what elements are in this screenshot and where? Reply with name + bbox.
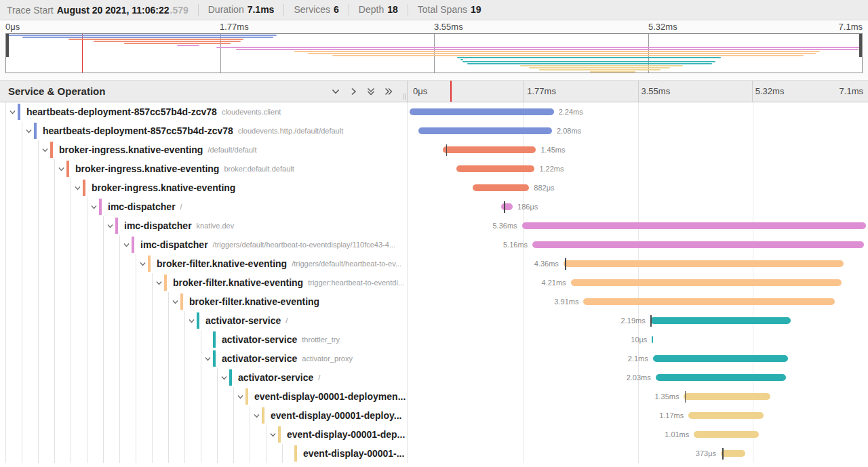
chevron-down-icon[interactable] [218,374,229,382]
span-timeline-cell[interactable]: 10μs [407,330,868,349]
span-name-cell[interactable]: broker-filter.knative-eventing trigger:h… [0,273,407,292]
span-timeline-cell[interactable]: 1.45ms [407,140,868,159]
span-name-cell[interactable]: event-display-00001-deploymen... [0,387,407,406]
span-row[interactable]: event-display-00001-dep... 1.01ms [0,425,868,444]
span-name-cell[interactable]: event-display-00001-dep... [0,425,407,444]
span-row[interactable]: activator-service / 2.19ms [0,311,868,330]
span-bar[interactable] [501,203,513,210]
span-bar[interactable] [522,222,866,229]
double-chevron-down-icon[interactable] [366,87,376,96]
span-row[interactable]: event-display-00001-deploy... 1.17ms [0,406,868,425]
span-timeline-cell[interactable]: 2.03ms [407,368,868,387]
span-name-cell[interactable]: activator-service / [0,311,407,330]
span-log-marker[interactable] [446,144,448,156]
span-timeline-cell[interactable]: 1.35ms [407,387,868,406]
span-bar[interactable] [532,241,864,248]
span-row[interactable]: imc-dispatcher knative.dev 5.36ms [0,216,868,235]
minimap-canvas[interactable] [5,33,863,73]
span-name-cell[interactable]: activator-service throttler_try [0,330,407,349]
span-bar[interactable] [456,165,535,172]
span-timeline-cell[interactable]: 2.08ms [407,121,868,140]
span-bar[interactable] [583,298,835,305]
chevron-down-icon[interactable] [331,87,340,96]
span-bar[interactable] [684,393,770,400]
chevron-down-icon[interactable] [186,317,197,325]
span-name-cell[interactable]: heartbeats-deployment-857cc57b4d-zcv78 c… [0,121,407,140]
span-log-marker[interactable] [504,201,505,213]
span-bar[interactable] [652,336,653,343]
span-name-cell[interactable]: activator-service activator_proxy [0,349,407,368]
span-name-cell[interactable]: event-display-00001-deploy... [0,406,407,425]
span-name-cell[interactable]: activator-service / [0,368,407,387]
span-bar[interactable] [571,279,842,286]
span-timeline-cell[interactable]: 1.01ms [407,425,868,444]
span-row[interactable]: broker-filter.knative-eventing /triggers… [0,254,868,273]
span-row[interactable]: activator-service / 2.03ms [0,368,868,387]
span-timeline-cell[interactable]: 3.91ms [407,292,868,311]
chevron-right-icon[interactable] [349,87,358,96]
span-name-cell[interactable]: broker-ingress.knative-eventing [0,178,407,197]
span-row[interactable]: broker-ingress.knative-eventing broker:d… [0,159,868,178]
span-timeline-cell[interactable]: 882μs [407,178,868,197]
span-row[interactable]: imc-dispatcher /triggers/default/heartbe… [0,235,868,254]
span-log-marker[interactable] [722,448,724,460]
span-name-cell[interactable]: imc-dispatcher /triggers/default/heartbe… [0,235,407,254]
span-log-marker[interactable] [685,391,686,403]
span-name-cell[interactable]: broker-ingress.knative-eventing broker:d… [0,159,407,178]
span-row[interactable]: broker-ingress.knative-eventing /default… [0,140,868,159]
span-bar[interactable] [443,146,536,153]
span-row[interactable]: imc-dispatcher / 186μs [0,197,868,216]
span-timeline-cell[interactable]: 5.36ms [407,216,868,235]
span-log-marker[interactable] [650,315,652,327]
span-row[interactable]: activator-service activator_proxy 2.1ms [0,349,868,368]
chevron-down-icon[interactable] [23,127,34,135]
span-name-cell[interactable]: heartbeats-deployment-857cc57b4d-zcv78 c… [0,102,407,121]
span-log-marker[interactable] [565,258,566,270]
chevron-down-icon[interactable] [121,241,132,249]
chevron-down-icon[interactable] [104,222,115,230]
minimap-right-handle[interactable] [859,34,862,57]
span-name-cell[interactable]: imc-dispatcher / [0,197,407,216]
minimap-left-handle[interactable] [6,34,9,57]
span-bar[interactable] [656,374,786,381]
span-name-cell[interactable]: broker-filter.knative-eventing /triggers… [0,254,407,273]
span-timeline-cell[interactable]: 4.36ms [407,254,868,273]
chevron-down-icon[interactable] [88,203,99,211]
span-row[interactable]: heartbeats-deployment-857cc57b4d-zcv78 c… [0,121,868,140]
span-row[interactable]: event-display-00001-... 373μs [0,444,868,463]
span-bar[interactable] [653,355,788,362]
chevron-down-icon[interactable] [170,298,180,306]
span-row[interactable]: broker-filter.knative-eventing 3.91ms [0,292,868,311]
span-timeline-cell[interactable]: 373μs [407,444,868,463]
span-row[interactable]: broker-ingress.knative-eventing 882μs [0,178,868,197]
chevron-down-icon[interactable] [56,165,66,173]
span-name-cell[interactable]: event-display-00001-... [0,444,407,463]
span-bar[interactable] [473,184,529,191]
span-timeline-cell[interactable]: 186μs [407,197,868,216]
double-chevron-right-icon[interactable] [384,87,393,96]
span-timeline-cell[interactable]: 2.1ms [407,349,868,368]
span-bar[interactable] [721,450,745,457]
span-name-cell[interactable]: broker-ingress.knative-eventing /default… [0,140,407,159]
span-timeline-cell[interactable]: 5.16ms [407,235,868,254]
span-row[interactable]: heartbeats-deployment-857cc57b4d-zcv78 c… [0,102,868,121]
span-bar[interactable] [418,127,552,134]
span-row[interactable]: event-display-00001-deploymen... 1.35ms [0,387,868,406]
chevron-down-icon[interactable] [251,412,262,420]
span-timeline-cell[interactable]: 1.22ms [407,159,868,178]
chevron-down-icon[interactable] [235,393,245,401]
chevron-down-icon[interactable] [267,431,278,439]
chevron-down-icon[interactable] [72,184,83,192]
span-bar[interactable] [650,317,791,324]
chevron-down-icon[interactable] [7,108,18,116]
span-name-cell[interactable]: imc-dispatcher knative.dev [0,216,407,235]
span-row[interactable]: activator-service throttler_try 10μs [0,330,868,349]
span-bar[interactable] [564,260,844,267]
span-timeline-cell[interactable]: 2.19ms [407,311,868,330]
chevron-down-icon[interactable] [153,279,164,287]
span-bar[interactable] [688,412,764,419]
span-timeline-cell[interactable]: 1.17ms [407,406,868,425]
column-resizer-handle[interactable] [403,94,406,100]
span-bar[interactable] [694,431,759,438]
span-timeline-cell[interactable]: 2.24ms [407,102,868,121]
